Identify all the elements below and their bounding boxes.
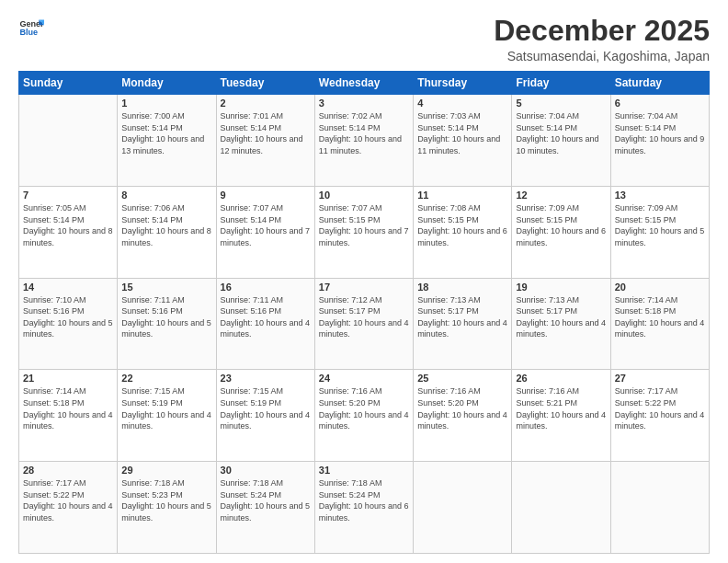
cell-3-7: 20 Sunrise: 7:14 AMSunset: 5:18 PMDaylig… [610,278,709,370]
cell-4-5: 25 Sunrise: 7:16 AMSunset: 5:20 PMDaylig… [414,370,512,462]
day-number: 20 [615,282,705,293]
day-number: 7 [23,190,113,201]
cell-3-1: 14 Sunrise: 7:10 AMSunset: 5:16 PMDaylig… [19,278,118,370]
col-wednesday: Wednesday [314,72,413,95]
day-number: 21 [23,373,113,384]
day-number: 10 [319,190,409,201]
cell-1-3: 2 Sunrise: 7:01 AMSunset: 5:14 PMDayligh… [216,95,314,187]
cell-3-6: 19 Sunrise: 7:13 AMSunset: 5:17 PMDaylig… [512,278,610,370]
day-info: Sunrise: 7:12 AMSunset: 5:17 PMDaylight:… [319,294,409,340]
day-info: Sunrise: 7:15 AMSunset: 5:19 PMDaylight:… [121,385,211,431]
day-info: Sunrise: 7:16 AMSunset: 5:20 PMDaylight:… [319,385,409,431]
cell-3-5: 18 Sunrise: 7:13 AMSunset: 5:17 PMDaylig… [414,278,512,370]
cell-1-5: 4 Sunrise: 7:03 AMSunset: 5:14 PMDayligh… [414,95,512,187]
day-number: 18 [417,282,507,293]
day-number: 28 [23,465,113,476]
day-number: 13 [615,190,705,201]
title-section: December 2025 Satsumasendai, Kagoshima, … [494,15,710,63]
calendar-table: Sunday Monday Tuesday Wednesday Thursday… [18,71,710,554]
cell-4-1: 21 Sunrise: 7:14 AMSunset: 5:18 PMDaylig… [19,370,118,462]
cell-2-4: 10 Sunrise: 7:07 AMSunset: 5:15 PMDaylig… [314,186,413,278]
day-info: Sunrise: 7:01 AMSunset: 5:14 PMDaylight:… [221,110,311,156]
week-row-5: 28 Sunrise: 7:17 AMSunset: 5:22 PMDaylig… [19,462,710,554]
month-title: December 2025 [494,15,710,47]
cell-1-1 [19,95,118,187]
cell-1-2: 1 Sunrise: 7:00 AMSunset: 5:14 PMDayligh… [118,95,216,187]
col-friday: Friday [512,72,610,95]
day-info: Sunrise: 7:14 AMSunset: 5:18 PMDaylight:… [615,294,705,340]
day-number: 17 [319,282,409,293]
day-number: 9 [221,190,311,201]
day-number: 15 [121,282,211,293]
day-number: 11 [417,190,507,201]
day-number: 5 [516,98,606,109]
col-tuesday: Tuesday [216,72,314,95]
cell-2-7: 13 Sunrise: 7:09 AMSunset: 5:15 PMDaylig… [610,186,709,278]
day-info: Sunrise: 7:05 AMSunset: 5:14 PMDaylight:… [23,202,113,248]
cell-2-5: 11 Sunrise: 7:08 AMSunset: 5:15 PMDaylig… [414,186,512,278]
day-info: Sunrise: 7:03 AMSunset: 5:14 PMDaylight:… [417,110,507,156]
col-monday: Monday [118,72,216,95]
col-saturday: Saturday [610,72,709,95]
logo-icon: General Blue [18,15,44,40]
cell-2-6: 12 Sunrise: 7:09 AMSunset: 5:15 PMDaylig… [512,186,610,278]
cell-4-4: 24 Sunrise: 7:16 AMSunset: 5:20 PMDaylig… [314,370,413,462]
cell-1-7: 6 Sunrise: 7:04 AMSunset: 5:14 PMDayligh… [610,95,709,187]
day-number: 4 [417,98,507,109]
cell-5-6 [512,462,610,554]
cell-4-6: 26 Sunrise: 7:16 AMSunset: 5:21 PMDaylig… [512,370,610,462]
cell-4-2: 22 Sunrise: 7:15 AMSunset: 5:19 PMDaylig… [118,370,216,462]
day-number: 2 [221,98,311,109]
cell-1-6: 5 Sunrise: 7:04 AMSunset: 5:14 PMDayligh… [512,95,610,187]
day-number: 27 [615,373,705,384]
day-info: Sunrise: 7:14 AMSunset: 5:18 PMDaylight:… [23,385,113,431]
day-info: Sunrise: 7:11 AMSunset: 5:16 PMDaylight:… [221,294,311,340]
day-info: Sunrise: 7:08 AMSunset: 5:15 PMDaylight:… [417,202,507,248]
svg-text:Blue: Blue [19,28,38,37]
cell-2-3: 9 Sunrise: 7:07 AMSunset: 5:14 PMDayligh… [216,186,314,278]
day-info: Sunrise: 7:09 AMSunset: 5:15 PMDaylight:… [516,202,606,248]
day-info: Sunrise: 7:06 AMSunset: 5:14 PMDaylight:… [121,202,211,248]
cell-5-4: 31 Sunrise: 7:18 AMSunset: 5:24 PMDaylig… [314,462,413,554]
cell-1-4: 3 Sunrise: 7:02 AMSunset: 5:14 PMDayligh… [314,95,413,187]
calendar-page: General Blue December 2025 Satsumasendai… [0,0,728,563]
cell-3-2: 15 Sunrise: 7:11 AMSunset: 5:16 PMDaylig… [118,278,216,370]
day-info: Sunrise: 7:09 AMSunset: 5:15 PMDaylight:… [615,202,705,248]
logo: General Blue [18,15,48,40]
day-number: 29 [121,465,211,476]
week-row-3: 14 Sunrise: 7:10 AMSunset: 5:16 PMDaylig… [19,278,710,370]
day-info: Sunrise: 7:00 AMSunset: 5:14 PMDaylight:… [121,110,211,156]
cell-2-1: 7 Sunrise: 7:05 AMSunset: 5:14 PMDayligh… [19,186,118,278]
cell-3-3: 16 Sunrise: 7:11 AMSunset: 5:16 PMDaylig… [216,278,314,370]
week-row-2: 7 Sunrise: 7:05 AMSunset: 5:14 PMDayligh… [19,186,710,278]
day-info: Sunrise: 7:17 AMSunset: 5:22 PMDaylight:… [23,477,113,523]
day-info: Sunrise: 7:16 AMSunset: 5:20 PMDaylight:… [417,385,507,431]
day-number: 31 [319,465,409,476]
day-info: Sunrise: 7:13 AMSunset: 5:17 PMDaylight:… [417,294,507,340]
day-number: 22 [121,373,211,384]
day-info: Sunrise: 7:18 AMSunset: 5:23 PMDaylight:… [121,477,211,523]
day-info: Sunrise: 7:16 AMSunset: 5:21 PMDaylight:… [516,385,606,431]
day-info: Sunrise: 7:15 AMSunset: 5:19 PMDaylight:… [221,385,311,431]
week-row-1: 1 Sunrise: 7:00 AMSunset: 5:14 PMDayligh… [19,95,710,187]
day-number: 12 [516,190,606,201]
cell-5-1: 28 Sunrise: 7:17 AMSunset: 5:22 PMDaylig… [19,462,118,554]
cell-5-2: 29 Sunrise: 7:18 AMSunset: 5:23 PMDaylig… [118,462,216,554]
cell-5-5 [414,462,512,554]
day-number: 19 [516,282,606,293]
day-info: Sunrise: 7:04 AMSunset: 5:14 PMDaylight:… [516,110,606,156]
day-info: Sunrise: 7:13 AMSunset: 5:17 PMDaylight:… [516,294,606,340]
day-info: Sunrise: 7:11 AMSunset: 5:16 PMDaylight:… [121,294,211,340]
day-number: 8 [121,190,211,201]
days-header-row: Sunday Monday Tuesday Wednesday Thursday… [19,72,710,95]
day-info: Sunrise: 7:02 AMSunset: 5:14 PMDaylight:… [319,110,409,156]
day-info: Sunrise: 7:18 AMSunset: 5:24 PMDaylight:… [221,477,311,523]
day-number: 16 [221,282,311,293]
cell-2-2: 8 Sunrise: 7:06 AMSunset: 5:14 PMDayligh… [118,186,216,278]
day-info: Sunrise: 7:07 AMSunset: 5:15 PMDaylight:… [319,202,409,248]
cell-3-4: 17 Sunrise: 7:12 AMSunset: 5:17 PMDaylig… [314,278,413,370]
page-header: General Blue December 2025 Satsumasendai… [18,15,710,63]
day-number: 30 [221,465,311,476]
cell-4-7: 27 Sunrise: 7:17 AMSunset: 5:22 PMDaylig… [610,370,709,462]
col-thursday: Thursday [414,72,512,95]
